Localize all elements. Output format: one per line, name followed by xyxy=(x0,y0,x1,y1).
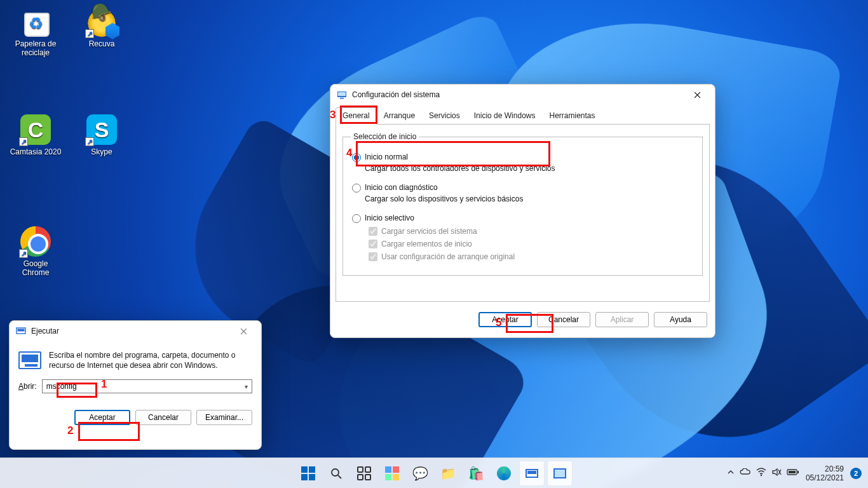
open-input[interactable] xyxy=(43,380,240,393)
startup-selection-group: Selección de inicio Inicio normal Cargar… xyxy=(342,132,703,276)
chk-original-boot-config: Usar configuración de arranque original xyxy=(369,252,695,261)
open-combobox[interactable]: ▾ xyxy=(42,379,252,393)
close-button[interactable] xyxy=(229,322,257,341)
task-view-button[interactable] xyxy=(351,461,377,486)
desktop-icon-recycle-bin[interactable]: Papelera de reciclaje xyxy=(9,6,62,57)
ok-button[interactable]: Aceptar xyxy=(478,312,532,327)
radio-diagnostic-input[interactable] xyxy=(352,184,361,193)
msconfig-titlebar[interactable]: Configuración del sistema xyxy=(330,85,715,105)
tab-services[interactable]: Servicios xyxy=(422,107,467,125)
taskbar-app-run[interactable] xyxy=(519,461,545,486)
desktop-icon-recuva[interactable]: ↗ Recuva xyxy=(75,6,128,48)
taskbar-app-store[interactable]: 🛍️ xyxy=(463,461,489,486)
recuva-icon: ↗ xyxy=(86,6,117,37)
radio-desc: Cargar todos los controladores de dispos… xyxy=(365,164,555,173)
tab-startup[interactable]: Inicio de Windows xyxy=(467,107,543,125)
radio-diagnostic-startup[interactable]: Inicio con diagnóstico Cargar solo los d… xyxy=(351,183,695,203)
checkbox-input xyxy=(369,252,377,261)
desktop-icon-label: Camtasia 2020 xyxy=(9,147,62,156)
apply-button: Aplicar xyxy=(595,312,649,327)
msconfig-window[interactable]: Configuración del sistema General Arranq… xyxy=(330,84,715,338)
checkbox-label: Usar configuración de arranque original xyxy=(381,252,515,261)
chk-load-startup-items: Cargar elementos de inicio xyxy=(369,240,695,248)
chat-icon: 💬 xyxy=(412,466,428,481)
volume-icon[interactable] xyxy=(771,468,782,478)
tab-general[interactable]: General xyxy=(336,107,377,125)
radio-label: Inicio normal xyxy=(365,152,555,161)
shortcut-badge-icon: ↗ xyxy=(85,137,94,146)
system-tray[interactable]: 20:59 05/12/2021 2 xyxy=(727,464,862,482)
shortcut-badge-icon: ↗ xyxy=(85,29,94,38)
radio-label: Inicio con diagnóstico xyxy=(365,183,523,192)
search-button[interactable] xyxy=(323,461,349,486)
desktop-icon-skype[interactable]: S↗ Skype xyxy=(75,114,128,156)
chevron-down-icon[interactable]: ▾ xyxy=(240,383,252,390)
radio-label: Inicio selectivo xyxy=(365,214,414,222)
camtasia-icon: C↗ xyxy=(20,114,51,145)
clock-time: 20:59 xyxy=(806,464,844,473)
onedrive-icon[interactable] xyxy=(740,468,751,478)
run-dialog[interactable]: Ejecutar Escriba el nombre del programa,… xyxy=(9,320,262,450)
tab-tools[interactable]: Herramientas xyxy=(542,107,602,125)
taskbar-app-edge[interactable] xyxy=(491,461,517,486)
widgets-button[interactable] xyxy=(379,461,405,486)
open-label: Abrir: xyxy=(18,382,37,391)
notification-badge[interactable]: 2 xyxy=(850,468,862,479)
desktop[interactable]: Papelera de reciclaje ↗ Recuva C↗ Camtas… xyxy=(0,0,868,488)
radio-normal-startup[interactable]: Inicio normal Cargar todos los controlad… xyxy=(351,152,695,173)
checkbox-input xyxy=(369,227,377,236)
checkbox-label: Cargar elementos de inicio xyxy=(381,240,472,248)
task-view-icon xyxy=(357,466,371,480)
taskbar-app-explorer[interactable]: 📁 xyxy=(435,461,461,486)
radio-normal-input[interactable] xyxy=(352,153,361,162)
taskbar-app-msconfig[interactable] xyxy=(547,461,573,486)
svg-line-6 xyxy=(338,475,341,478)
run-window-icon xyxy=(16,326,26,336)
taskbar-center: 💬 📁 🛍️ xyxy=(295,461,573,486)
help-button[interactable]: Ayuda xyxy=(654,312,707,327)
edge-icon xyxy=(497,466,511,480)
svg-point-5 xyxy=(332,469,339,476)
radio-selective-startup[interactable]: Inicio selectivo xyxy=(351,214,695,223)
svg-point-7 xyxy=(761,475,762,476)
battery-icon[interactable] xyxy=(787,468,799,478)
monitor-icon xyxy=(553,468,566,478)
group-legend: Selección de inicio xyxy=(351,132,419,141)
run-icon xyxy=(526,469,538,478)
store-icon: 🛍️ xyxy=(468,466,484,481)
msconfig-button-row: Aceptar Cancelar Aplicar Ayuda xyxy=(330,307,715,335)
run-title: Ejecutar xyxy=(31,327,229,336)
run-titlebar[interactable]: Ejecutar xyxy=(10,321,261,341)
msconfig-title: Configuración del sistema xyxy=(352,90,683,99)
svg-rect-11 xyxy=(797,471,799,473)
checkbox-input xyxy=(369,240,377,248)
taskbar[interactable]: 💬 📁 🛍️ 20:59 05/12/2021 2 xyxy=(0,458,868,488)
close-button[interactable] xyxy=(683,85,711,104)
svg-rect-1 xyxy=(338,92,346,96)
clock[interactable]: 20:59 05/12/2021 xyxy=(806,464,844,482)
checkbox-label: Cargar servicios del sistema xyxy=(381,227,477,236)
desktop-icon-label: Skype xyxy=(75,147,128,156)
wifi-icon[interactable] xyxy=(756,468,766,478)
close-icon xyxy=(240,328,247,335)
browse-button[interactable]: Examinar... xyxy=(196,410,252,425)
desktop-icon-chrome[interactable]: ↗ Google Chrome xyxy=(9,226,62,277)
tray-chevron-icon[interactable] xyxy=(727,468,735,478)
desktop-icon-label: Papelera de reciclaje xyxy=(9,39,62,57)
tab-page-general: Selección de inicio Inicio normal Cargar… xyxy=(336,124,710,302)
start-button[interactable] xyxy=(295,461,321,486)
svg-rect-12 xyxy=(789,471,796,473)
search-icon xyxy=(330,467,342,480)
desktop-icon-camtasia[interactable]: C↗ Camtasia 2020 xyxy=(9,114,62,156)
tab-boot[interactable]: Arranque xyxy=(377,107,422,125)
clock-date: 05/12/2021 xyxy=(806,473,844,482)
cancel-button[interactable]: Cancelar xyxy=(135,410,191,425)
taskbar-app-chat[interactable]: 💬 xyxy=(407,461,433,486)
radio-selective-input[interactable] xyxy=(352,214,361,223)
svg-rect-4 xyxy=(18,329,25,332)
cancel-button[interactable]: Cancelar xyxy=(537,312,590,327)
folder-icon: 📁 xyxy=(440,466,456,481)
chrome-icon: ↗ xyxy=(20,226,51,257)
ok-button[interactable]: Aceptar xyxy=(74,410,130,425)
close-icon xyxy=(694,92,701,98)
